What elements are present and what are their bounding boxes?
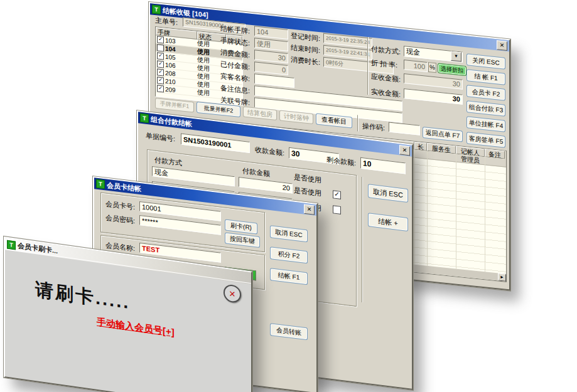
swipe-prompt-text: 请刷卡..... — [35, 277, 130, 315]
back-to-order-f7-button[interactable]: 返回点单 F7 — [423, 127, 463, 142]
receive-amount-label: 收款金额: — [255, 145, 284, 158]
remain-amount-label: 剩余款额: — [326, 155, 356, 168]
master-no-label: 主单号: — [155, 16, 178, 28]
percent-label: % — [428, 62, 436, 73]
combo-pay-f3-button[interactable]: 组合付款 F3 — [466, 100, 505, 116]
opcode-field[interactable] — [389, 122, 420, 135]
member-card-f2-button[interactable]: 会员卡 F2 — [466, 85, 505, 100]
tag-checkbox[interactable] — [157, 44, 164, 51]
unit-credit-f4-button[interactable]: 单位挂帐 F4 — [466, 116, 505, 132]
app-icon: T — [152, 5, 161, 14]
tag-checkbox[interactable]: ✓ — [157, 36, 164, 43]
tag-id: 106 — [165, 61, 176, 69]
tag-id: 208 — [165, 69, 176, 77]
tag-checkbox[interactable]: ✓ — [157, 85, 164, 92]
use-cash-checkbox[interactable]: ✓ — [333, 190, 341, 199]
paid-field[interactable]: 0 — [254, 61, 288, 75]
member-transfer-button[interactable]: 会员转账 — [270, 323, 308, 340]
tag-no-field[interactable]: 104 — [254, 26, 288, 40]
receivable-field[interactable]: 30 — [404, 73, 463, 90]
choose-discount-button[interactable]: 选择折扣 — [438, 63, 466, 77]
desktop: T 结帐收银 [104] ✕ 主单号: SN1503190001 手牌 状态 ✓… — [0, 0, 577, 392]
doc-no-label: 单据编号: — [146, 131, 175, 144]
divider — [357, 115, 359, 131]
tag-checkbox[interactable]: ✓ — [157, 77, 164, 84]
checkin-time-label: 登记时间: — [291, 31, 320, 43]
use-credit-checkbox[interactable] — [333, 205, 341, 215]
tag-id: 209 — [165, 85, 176, 93]
points-f2-button[interactable]: 积分 F2 — [270, 246, 308, 263]
end-time-label: 结束时间: — [291, 43, 320, 55]
close-icon[interactable]: ✕ — [224, 283, 241, 304]
receivable-label: 应收金额: — [371, 72, 401, 85]
cancel-esc-button[interactable]: 取消 ESC — [368, 184, 408, 203]
manual-entry-link[interactable]: 手动输入会员号[+] — [97, 316, 175, 339]
room-sign-f5-button[interactable]: 客房签单 F5 — [466, 132, 505, 147]
duration-label: 消费时长: — [291, 55, 320, 67]
opcode-label: 操作码: — [362, 121, 385, 133]
close-esc-button[interactable]: 关闭 ESC — [466, 53, 505, 69]
cancel-esc-button[interactable]: 取消 ESC — [270, 225, 308, 242]
chevron-down-icon[interactable]: ▼ — [451, 51, 461, 62]
tag-id: 210 — [165, 77, 176, 85]
scroll-right-icon[interactable]: ► — [498, 273, 506, 281]
tag-checkbox[interactable]: ✓ — [157, 68, 164, 76]
discount-field[interactable]: 100 — [404, 60, 428, 72]
amount-field[interactable]: 30 — [254, 50, 288, 63]
app-icon: T — [7, 240, 16, 250]
received-field[interactable]: 30 — [404, 88, 463, 105]
doc-no-field[interactable]: SN1503190001 — [181, 134, 250, 154]
tag-id: 103 — [165, 36, 176, 45]
tag-id: 105 — [165, 53, 176, 61]
settle-f1-button[interactable]: 结帐 F1 — [270, 268, 308, 285]
divider — [362, 177, 363, 302]
remain-amount-field[interactable]: 10 — [360, 157, 406, 174]
settle-f1-button[interactable]: 结 帐 F1 — [466, 69, 505, 85]
pay-method-label: 付款方式: — [371, 45, 401, 57]
divider — [367, 37, 369, 95]
settle-button[interactable]: 结帐 + — [368, 213, 408, 231]
tag-status-field[interactable]: 使用 — [254, 38, 288, 51]
tag-id: 104 — [165, 45, 176, 53]
tag-checkbox[interactable]: ✓ — [157, 52, 164, 60]
pay-method-value: 现金 — [404, 46, 451, 61]
tag-checkbox[interactable]: ✓ — [157, 60, 164, 68]
